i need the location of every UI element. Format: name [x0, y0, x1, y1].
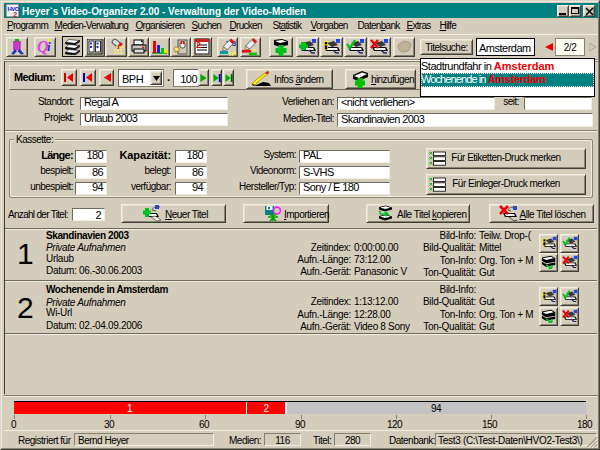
- svg-text:2: 2: [13, 10, 17, 19]
- svg-text:2: 2: [196, 40, 201, 50]
